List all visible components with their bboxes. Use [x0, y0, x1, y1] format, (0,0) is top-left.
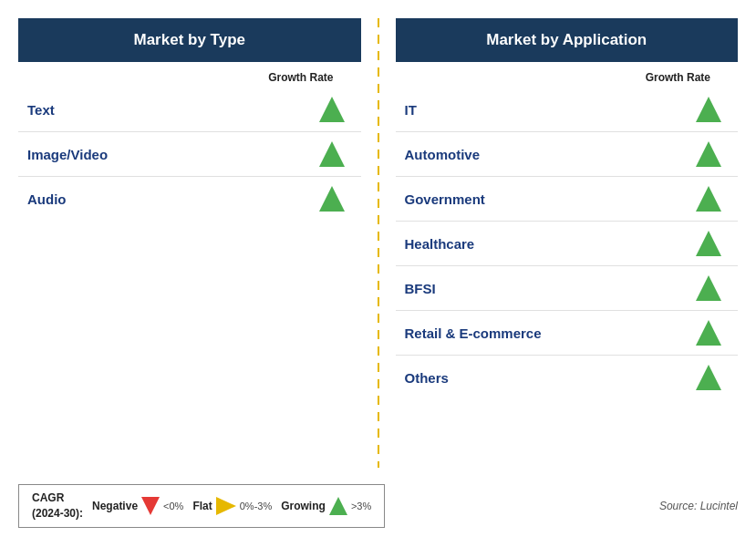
- item-audio-label: Audio: [27, 191, 67, 207]
- arrow-up-icon: [696, 231, 721, 256]
- left-growth-rate-label: Growth Rate: [18, 71, 361, 84]
- item-bfsi-label: BFSI: [405, 281, 436, 296]
- growing-label: Growing: [281, 500, 326, 512]
- right-panel: Market by Application Growth Rate IT Aut…: [396, 18, 739, 468]
- list-item: Retail & E-commerce: [396, 311, 739, 356]
- arrow-up-green-sm-icon: [329, 497, 347, 515]
- list-item: BFSI: [396, 266, 739, 311]
- divider: [378, 18, 379, 468]
- legend-growing: Growing >3%: [281, 497, 371, 515]
- left-panel-title: Market by Type: [18, 18, 361, 62]
- arrow-right-yellow-icon: [216, 497, 236, 515]
- arrow-down-red-icon: [141, 497, 160, 515]
- item-others-label: Others: [405, 370, 449, 386]
- negative-sublabel: <0%: [163, 501, 183, 511]
- list-item: Image/Video: [18, 132, 361, 177]
- cagr-label: CAGR (2024-30):: [32, 491, 83, 522]
- item-retail-label: Retail & E-commerce: [405, 325, 542, 341]
- item-it-label: IT: [405, 102, 417, 118]
- arrow-up-icon: [319, 97, 345, 122]
- list-item: Text: [18, 88, 361, 132]
- arrow-up-icon: [696, 97, 721, 122]
- item-imagevideo-label: Image/Video: [27, 147, 108, 162]
- list-item: Healthcare: [396, 222, 739, 266]
- item-text-label: Text: [27, 102, 55, 118]
- arrow-up-icon: [696, 186, 721, 212]
- arrow-up-icon: [696, 141, 721, 167]
- left-panel: Market by Type Growth Rate Text Image/Vi…: [18, 18, 361, 468]
- list-item: IT: [396, 88, 739, 132]
- legend-flat: Flat 0%-3%: [192, 497, 272, 515]
- item-automotive-label: Automotive: [405, 147, 481, 162]
- source-label: Source: Lucintel: [659, 500, 738, 512]
- arrow-up-icon: [696, 365, 721, 390]
- arrow-up-icon: [696, 275, 721, 301]
- arrow-up-icon: [319, 141, 345, 167]
- right-panel-title: Market by Application: [396, 18, 739, 62]
- flat-label: Flat: [192, 500, 212, 512]
- list-item: Audio: [18, 177, 361, 221]
- right-growth-rate-label: Growth Rate: [396, 71, 739, 84]
- list-item: Others: [396, 356, 739, 399]
- list-item: Automotive: [396, 132, 739, 177]
- flat-sublabel: 0%-3%: [240, 501, 272, 511]
- left-panel-rows: Text Image/Video Audio: [18, 88, 361, 468]
- arrow-up-icon: [319, 186, 345, 212]
- item-government-label: Government: [405, 191, 485, 207]
- negative-label: Negative: [92, 500, 138, 512]
- legend-box: CAGR (2024-30): Negative <0% Flat 0%-3% …: [18, 484, 385, 528]
- item-healthcare-label: Healthcare: [405, 236, 475, 252]
- legend-negative: Negative <0%: [92, 497, 183, 515]
- growing-sublabel: >3%: [351, 501, 371, 511]
- list-item: Government: [396, 177, 739, 222]
- right-panel-rows: IT Automotive Government Healthcare BFSI…: [396, 88, 739, 468]
- footer: CAGR (2024-30): Negative <0% Flat 0%-3% …: [0, 477, 756, 537]
- arrow-up-icon: [696, 320, 721, 346]
